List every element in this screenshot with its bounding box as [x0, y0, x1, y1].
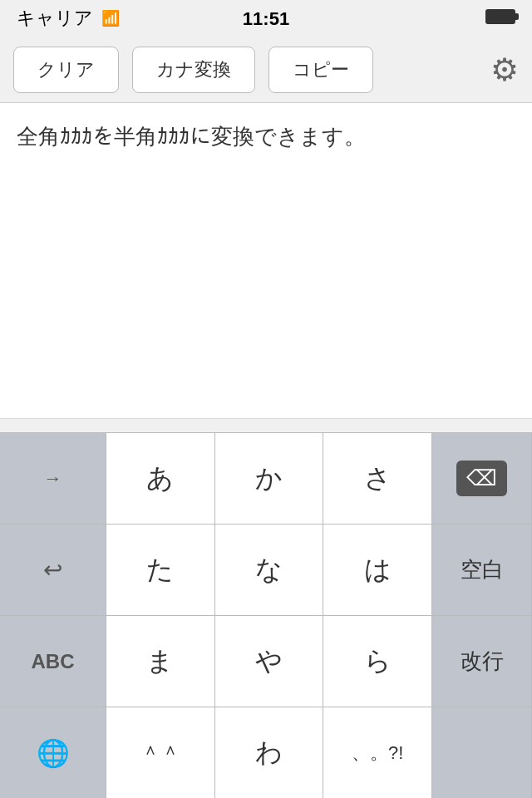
key-empty [432, 707, 532, 798]
key-ya[interactable]: や [215, 616, 324, 707]
key-ha[interactable]: は [323, 525, 432, 615]
status-time: 11:51 [243, 8, 289, 30]
toolbar: クリア カナ変換 コピー ⚙ [0, 37, 532, 103]
key-ta[interactable]: た [106, 525, 215, 615]
text-content: 全角ｶｶｶを半角ｶｶｶに変換できます。 [17, 124, 366, 149]
key-ra[interactable]: ら [323, 616, 432, 707]
status-bar: キャリア 📶 11:51 [0, 0, 532, 37]
copy-button[interactable]: コピー [268, 47, 373, 93]
key-globe[interactable]: 🌐 [0, 707, 106, 798]
key-ka[interactable]: か [215, 433, 324, 524]
key-ma[interactable]: ま [106, 616, 215, 707]
clear-button[interactable]: クリア [13, 47, 119, 93]
key-space[interactable]: 空白 [432, 525, 532, 615]
key-punct[interactable]: 、。?! [323, 707, 432, 798]
key-na[interactable]: な [215, 525, 324, 615]
key-small[interactable]: ＾＾ [106, 707, 215, 798]
key-abc[interactable]: ABC [0, 616, 106, 707]
keyboard-row-2: ↩ た な は 空白 [0, 524, 532, 615]
battery-icon [485, 9, 515, 24]
keyboard-row-1: → あ か さ ⌫ [0, 432, 532, 524]
key-sa[interactable]: さ [323, 433, 432, 524]
key-enter[interactable]: 改行 [432, 616, 532, 707]
key-tab[interactable]: → [0, 433, 106, 524]
settings-icon[interactable]: ⚙ [490, 52, 519, 88]
key-delete[interactable]: ⌫ [432, 433, 532, 524]
kana-button[interactable]: カナ変換 [132, 47, 255, 93]
key-a[interactable]: あ [106, 433, 215, 524]
status-right [485, 7, 515, 29]
key-wa[interactable]: わ [215, 707, 324, 798]
carrier-label: キャリア [17, 6, 93, 31]
status-left: キャリア 📶 [17, 6, 120, 31]
key-undo[interactable]: ↩ [0, 525, 106, 615]
keyboard-row-3: ABC ま や ら 改行 [0, 615, 532, 707]
keyboard: → あ か さ ⌫ ↩ た な は 空白 ABC ま や ら 改行 🌐 ＾＾ わ… [0, 432, 532, 798]
keyboard-row-4: 🌐 ＾＾ わ 、。?! [0, 707, 532, 798]
text-area[interactable]: 全角ｶｶｶを半角ｶｶｶに変換できます。 [0, 103, 532, 419]
wifi-icon: 📶 [101, 9, 120, 27]
delete-symbol: ⌫ [456, 461, 507, 496]
